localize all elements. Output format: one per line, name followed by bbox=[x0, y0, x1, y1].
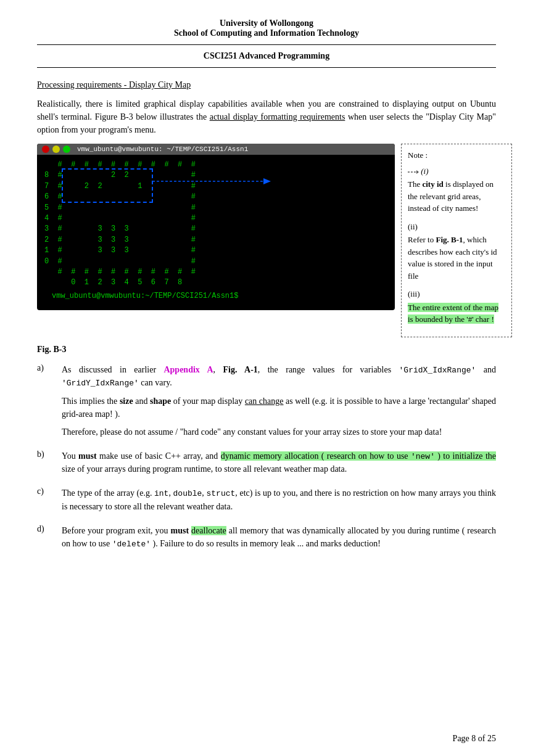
list-item-c: c) The type of the array (e.g. int, doub… bbox=[37, 487, 496, 518]
fig-b1-bold: Fig. B-1 bbox=[436, 235, 463, 244]
int-code: int bbox=[154, 489, 168, 498]
note-iii-label: (iii) bbox=[408, 288, 505, 300]
header: University of Wollongong School of Compu… bbox=[37, 18, 496, 38]
header-divider bbox=[37, 44, 496, 45]
deallocate-highlight: deallocate bbox=[191, 526, 226, 535]
note-item-iii: (iii) The entire extent of the map is bo… bbox=[408, 288, 505, 326]
terminal-titlebar: vmw_ubuntu@vmwubuntu: ~/TEMP/CSCI251/Ass… bbox=[37, 144, 395, 155]
gridx-code: 'GridX_IdxRange' bbox=[399, 366, 476, 375]
section-title: Processing requirements - Display City M… bbox=[37, 80, 496, 90]
note-label-i: (i) bbox=[408, 165, 505, 178]
fig-a1-ref: Fig. A-1 bbox=[223, 365, 257, 374]
note-i-text: The city id is displayed on the relevant… bbox=[408, 178, 505, 215]
list-item-d: d) Before your program exit, you must de… bbox=[37, 524, 496, 556]
minimize-button[interactable] bbox=[52, 146, 60, 153]
note-box: Note : (i) The city id is displayed on t… bbox=[401, 144, 512, 337]
list-label-a: a) bbox=[37, 363, 62, 373]
double-code: double bbox=[173, 489, 202, 498]
terminal-note-section: vmw_ubuntu@vmwubuntu: ~/TEMP/CSCI251/Ass… bbox=[37, 144, 496, 337]
page-number: Page 8 of 25 bbox=[453, 734, 496, 744]
must-bold-d: must bbox=[171, 526, 189, 535]
list-section: a) As discussed in earlier Appendix A, F… bbox=[37, 363, 496, 556]
page: University of Wollongong School of Compu… bbox=[0, 0, 533, 756]
intro-underline: actual display formatting requirements bbox=[210, 112, 345, 121]
list-item-b: b) You must make use of basic C++ array,… bbox=[37, 450, 496, 481]
terminal-grid: # # # # # # # # # # # 8 # 2 2 # 7 # 2 2 … bbox=[44, 160, 387, 289]
svg-marker-3 bbox=[416, 170, 419, 174]
list-content-b: You must make use of basic C++ array, an… bbox=[62, 450, 496, 481]
size-bold: size bbox=[120, 396, 133, 406]
terminal-prompt: vmw_ubuntu@vmwubuntu:~/TEMP/CSCI251/Assn… bbox=[44, 289, 387, 305]
note-title: Note : bbox=[408, 149, 505, 162]
university-name: University of Wollongong bbox=[37, 18, 496, 28]
note-ii-text: Refer to Fig. B-1, which describes how e… bbox=[408, 234, 505, 282]
list-item-a: a) As discussed in earlier Appendix A, F… bbox=[37, 363, 496, 443]
course-title: CSCI251 Advanced Programming bbox=[37, 51, 496, 61]
shape-bold: shape bbox=[150, 396, 171, 406]
can-change-underline: can change bbox=[245, 396, 284, 406]
intro-paragraph: Realistically, there is limited graphica… bbox=[37, 97, 496, 136]
item-b-para1: You must make use of basic C++ array, an… bbox=[62, 450, 496, 476]
struct-code: struct bbox=[206, 489, 235, 498]
fig-label: Fig. B-3 bbox=[37, 345, 496, 355]
appendix-a-link: Appendix A bbox=[163, 365, 213, 374]
note-iii-text: The entire extent of the map is bounded … bbox=[408, 303, 498, 324]
city-id-bold: city id bbox=[422, 179, 443, 189]
close-button[interactable] bbox=[42, 146, 49, 153]
terminal-body: # # # # # # # # # # # 8 # 2 2 # 7 # 2 2 … bbox=[37, 155, 395, 310]
maximize-button[interactable] bbox=[63, 146, 70, 153]
list-content-c: The type of the array (e.g. int, double,… bbox=[62, 487, 496, 518]
terminal-inner: # # # # # # # # # # # 8 # 2 2 # 7 # 2 2 … bbox=[44, 160, 387, 289]
arrow-i-icon bbox=[408, 168, 419, 176]
item-a-para1: As discussed in earlier Appendix A, Fig.… bbox=[62, 363, 496, 390]
item-a-para3: Therefore, please do not assume / "hard … bbox=[62, 425, 496, 438]
note-ii-label: (ii) bbox=[408, 221, 505, 233]
list-label-d: d) bbox=[37, 524, 62, 534]
list-label-c: c) bbox=[37, 487, 62, 496]
note-item-ii: (ii) Refer to Fig. B-1, which describes … bbox=[408, 221, 505, 282]
note-item-i: (i) The city id is displayed on the rele… bbox=[408, 165, 505, 215]
must-bold-b: must bbox=[78, 451, 97, 461]
dynamic-memory-highlight: dynamic memory allocation ( research on … bbox=[221, 451, 496, 461]
terminal: vmw_ubuntu@vmwubuntu: ~/TEMP/CSCI251/Ass… bbox=[37, 144, 395, 310]
item-c-para1: The type of the array (e.g. int, double,… bbox=[62, 487, 496, 513]
terminal-title: vmw_ubuntu@vmwubuntu: ~/TEMP/CSCI251/Ass… bbox=[77, 146, 248, 153]
new-code: 'new' bbox=[411, 452, 435, 461]
school-name: School of Computing and Information Tech… bbox=[37, 28, 496, 38]
item-a-para2: This implies the size and shape of your … bbox=[62, 395, 496, 421]
course-divider bbox=[37, 67, 496, 68]
gridy-code: 'GridY_IdxRange' bbox=[62, 379, 139, 388]
delete-code: 'delete' bbox=[112, 540, 151, 549]
list-content-d: Before your program exit, you must deall… bbox=[62, 524, 496, 556]
item-d-para1: Before your program exit, you must deall… bbox=[62, 524, 496, 551]
list-label-b: b) bbox=[37, 450, 62, 459]
note-i-label-text: (i) bbox=[421, 166, 428, 176]
list-content-a: As discussed in earlier Appendix A, Fig.… bbox=[62, 363, 496, 443]
